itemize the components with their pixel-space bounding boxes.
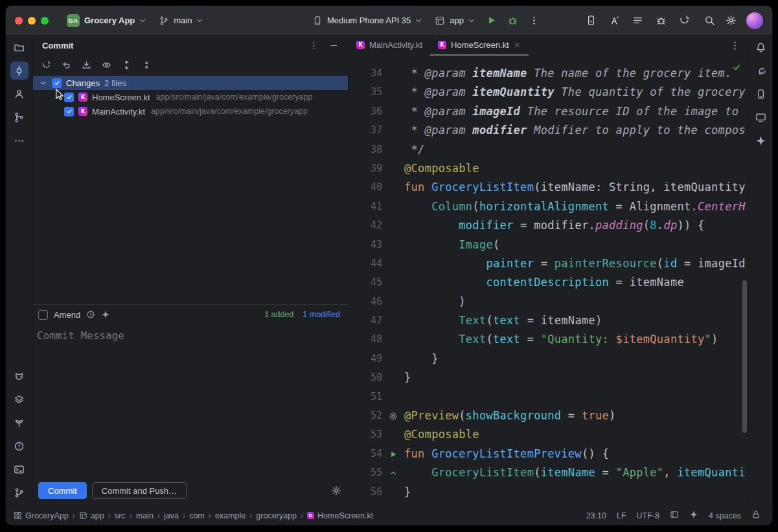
commit-message-input[interactable]: Commit Message (33, 324, 348, 480)
code-text[interactable]: GroceryListItem(itemName = "Apple", item… (404, 463, 746, 482)
tab-MainActivity.kt[interactable]: KMainActivity.kt (349, 36, 430, 56)
run-preview-icon[interactable] (389, 450, 398, 459)
commit-and-push-button[interactable]: Commit and Push… (92, 482, 187, 499)
project-selector[interactable]: GA Grocery App (62, 12, 150, 30)
tab-options-button[interactable] (726, 37, 744, 54)
tool-build-variants-button[interactable] (10, 390, 29, 408)
code-text[interactable]: Text(text = itemName) (404, 311, 602, 330)
code-text[interactable]: * @param itemQuantity The quantity of th… (404, 83, 746, 102)
commit-button[interactable]: Commit (38, 482, 87, 499)
zoom-button[interactable] (41, 17, 49, 25)
code-text[interactable]: } (404, 349, 439, 368)
status-file-encoding[interactable]: UTF-8 (637, 511, 659, 520)
rollback-button[interactable] (59, 58, 73, 72)
breadcrumb-main[interactable]: main (136, 511, 154, 520)
code-text[interactable]: fun GroceryListItemPreview() { (404, 445, 609, 463)
code-text[interactable]: } (404, 483, 411, 502)
preview-diff-button[interactable] (99, 58, 113, 72)
breadcrumb-src[interactable]: src (115, 511, 126, 520)
run-configuration-selector[interactable]: app (429, 13, 479, 28)
tool-app-inspection-button[interactable] (10, 414, 29, 432)
expander-chevron-icon[interactable] (38, 79, 47, 87)
inspections-ok-icon[interactable] (732, 63, 741, 72)
tool-terminal-button[interactable] (10, 460, 29, 478)
breadcrumb-java[interactable]: java (164, 511, 179, 520)
more-run-actions-button[interactable] (525, 12, 543, 29)
tool-version-control-button[interactable] (10, 483, 29, 502)
code-text[interactable]: Image( (404, 236, 500, 254)
tool-logcat-button[interactable] (10, 367, 29, 385)
code-text[interactable]: * @param imageId The resource ID of the … (404, 102, 738, 121)
collapse-all-button[interactable] (139, 58, 154, 72)
commit-settings-gear-icon[interactable] (331, 485, 341, 496)
tool-more-tools-button[interactable] (10, 131, 29, 150)
tool-device-mirroring-button[interactable] (582, 12, 600, 29)
run-button[interactable] (483, 12, 500, 29)
tab-HomeScreen.kt[interactable]: KHomeScreen.kt (430, 36, 529, 56)
commit-history-icon[interactable] (86, 310, 95, 319)
settings-button[interactable] (722, 12, 740, 29)
code-text[interactable]: contentDescription = itemName (404, 273, 684, 292)
changes-row[interactable]: Changes 2 files (33, 76, 348, 90)
breadcrumb-groceryapp[interactable]: groceryapp (256, 511, 297, 520)
status-cursor-position[interactable]: 23:10 (586, 511, 606, 520)
code-text[interactable]: @Composable (404, 159, 479, 178)
editor-scrollbar[interactable] (742, 280, 747, 433)
breadcrumb-com[interactable]: com (189, 511, 205, 520)
tool-gradle-button[interactable] (752, 61, 770, 80)
branch-selector[interactable]: main (154, 13, 207, 28)
breadcrumb-example[interactable]: example (215, 511, 246, 520)
status-readonly-toggle[interactable] (751, 510, 761, 521)
code-text[interactable]: modifier = modifier.padding(8.dp)) { (404, 216, 705, 235)
tool-pull-requests-button[interactable] (10, 85, 29, 103)
file-checkbox[interactable] (64, 93, 74, 102)
code-text[interactable]: * @param modifier Modifier to apply to t… (404, 121, 746, 140)
code-text[interactable]: */ (404, 140, 425, 159)
search-everywhere-button[interactable] (701, 12, 718, 29)
refresh-changes-button[interactable] (39, 58, 53, 72)
changed-file-row[interactable]: KHomeScreen.ktapp/src/main/java/com/exam… (33, 90, 348, 104)
code-text[interactable]: ) (404, 293, 466, 311)
close-tab-icon[interactable] (514, 41, 521, 49)
file-checkbox[interactable] (64, 107, 74, 116)
tool-running-devices-button[interactable] (752, 108, 770, 126)
tool-branches-button[interactable] (10, 108, 29, 126)
code-text[interactable]: Column(horizontalAlignment = Alignment.C… (404, 197, 746, 216)
user-avatar[interactable] (746, 12, 763, 29)
code-text[interactable]: @Composable (404, 425, 479, 444)
changed-file-row[interactable]: KMainActivity.ktapp/src/main/java/com/ex… (33, 104, 348, 118)
expand-all-button[interactable] (119, 58, 133, 72)
minimize-button[interactable] (28, 17, 36, 25)
debug-button[interactable] (504, 12, 521, 29)
code-text[interactable]: fun GroceryListItem(itemName: String, it… (404, 178, 746, 197)
close-button[interactable] (15, 17, 23, 25)
tool-notifications-button[interactable] (752, 38, 770, 56)
tool-sync-project-button[interactable] (676, 12, 693, 29)
tool-studio-bot-button[interactable] (606, 12, 623, 29)
preview-settings-icon[interactable] (389, 412, 398, 421)
breadcrumb-HomeScreen.kt[interactable]: KHomeScreen.kt (307, 511, 373, 520)
amend-checkbox[interactable] (38, 310, 48, 320)
breadcrumb-GroceryApp[interactable]: GroceryApp (14, 511, 69, 520)
status-editor-preview[interactable] (670, 510, 679, 521)
status-indentation[interactable]: 4 spaces (709, 511, 741, 520)
tool-commit-button[interactable] (10, 61, 29, 80)
changes-checkbox[interactable] (52, 78, 62, 88)
tool-project-button[interactable] (10, 38, 29, 56)
tool-device-manager-button[interactable] (752, 85, 770, 103)
tool-task-list-button[interactable] (629, 12, 646, 29)
generate-commit-message-icon[interactable] (101, 310, 110, 319)
code-text[interactable]: } (404, 368, 411, 387)
code-text[interactable]: @Preview(showBackground = true) (404, 406, 616, 425)
device-selector[interactable]: Medium Phone API 35 (307, 13, 426, 28)
status-ai-status[interactable] (689, 510, 698, 521)
tool-app-quality-insights-button[interactable] (652, 12, 670, 29)
tool-gemini-button[interactable] (752, 131, 770, 150)
chevron-up-icon[interactable] (389, 469, 398, 478)
commit-options-kebab-icon[interactable] (309, 41, 319, 50)
tool-problems-button[interactable] (10, 437, 29, 455)
status-line-separator[interactable]: LF (617, 511, 626, 520)
code-text[interactable]: Text(text = "Quantity: $itemQuantity") (404, 330, 718, 349)
hide-tool-window-icon[interactable] (329, 41, 339, 50)
code-text[interactable]: * @param itemName The name of the grocer… (404, 64, 732, 83)
